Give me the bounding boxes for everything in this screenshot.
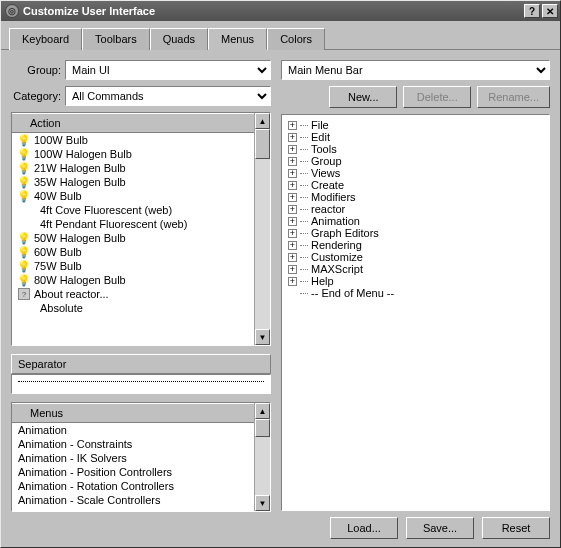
separator-box: Separator	[11, 354, 271, 394]
action-item[interactable]: 💡21W Halogen Bulb	[12, 161, 270, 175]
tree-item[interactable]: +reactor	[284, 203, 547, 215]
bulb-icon: 💡	[18, 246, 30, 258]
expand-icon[interactable]: +	[288, 241, 297, 250]
expand-icon[interactable]: +	[288, 169, 297, 178]
category-combo[interactable]: All Commands	[65, 86, 271, 106]
bulb-icon: 💡	[18, 190, 30, 202]
tree-item[interactable]: +Modifiers	[284, 191, 547, 203]
action-label: 60W Bulb	[34, 246, 82, 258]
tree-item[interactable]: +Animation	[284, 215, 547, 227]
action-item[interactable]: 💡40W Bulb	[12, 189, 270, 203]
scroll-thumb[interactable]	[255, 129, 270, 159]
bulb-icon: 💡	[18, 148, 30, 160]
tab-quads[interactable]: Quads	[150, 28, 208, 50]
left-column: Group: Main UI Category: All Commands Ac…	[11, 60, 271, 539]
tab-toolbars[interactable]: Toolbars	[82, 28, 150, 50]
tree-item[interactable]: +Tools	[284, 143, 547, 155]
question-icon: ?	[18, 288, 30, 300]
menu-item[interactable]: Animation - Position Controllers	[12, 465, 270, 479]
menus-listbox[interactable]: Menus AnimationAnimation - ConstraintsAn…	[11, 402, 271, 512]
tree-item[interactable]: +Group	[284, 155, 547, 167]
menu-target-combo[interactable]: Main Menu Bar	[281, 60, 550, 80]
scroll-up-icon[interactable]: ▲	[255, 403, 270, 419]
scroll-down-icon[interactable]: ▼	[255, 329, 270, 345]
separator-item[interactable]	[11, 374, 271, 394]
scroll-up-icon[interactable]: ▲	[255, 113, 270, 129]
expand-icon[interactable]: +	[288, 193, 297, 202]
tree-label: Modifiers	[311, 191, 356, 203]
expand-icon[interactable]: +	[288, 217, 297, 226]
rename-button: Rename...	[477, 86, 550, 108]
menus-scrollbar[interactable]: ▲ ▼	[254, 403, 270, 511]
menu-item[interactable]: Animation - Constraints	[12, 437, 270, 451]
tree-label: File	[311, 119, 329, 131]
app-icon: ◎	[5, 4, 19, 18]
tree-item[interactable]: +Rendering	[284, 239, 547, 251]
action-label: 4ft Pendant Fluorescent (web)	[40, 218, 187, 230]
group-label: Group:	[11, 64, 65, 76]
menu-item[interactable]: Animation - IK Solvers	[12, 451, 270, 465]
reset-button[interactable]: Reset	[482, 517, 550, 539]
tree-item[interactable]: +MAXScript	[284, 263, 547, 275]
expand-icon[interactable]: +	[288, 145, 297, 154]
expand-icon[interactable]: +	[288, 133, 297, 142]
action-label: 40W Bulb	[34, 190, 82, 202]
action-label: 100W Halogen Bulb	[34, 148, 132, 160]
tab-colors[interactable]: Colors	[267, 28, 325, 50]
expand-icon[interactable]: +	[288, 157, 297, 166]
action-item[interactable]: 💡80W Halogen Bulb	[12, 273, 270, 287]
menu-item[interactable]: Animation - Scale Controllers	[12, 493, 270, 507]
tab-strip: Keyboard Toolbars Quads Menus Colors	[1, 21, 560, 50]
bulb-icon: 💡	[18, 176, 30, 188]
load-button[interactable]: Load...	[330, 517, 398, 539]
action-item[interactable]: Absolute	[12, 301, 270, 315]
menu-tree[interactable]: +File+Edit+Tools+Group+Views+Create+Modi…	[281, 114, 550, 511]
tree-item[interactable]: +Help	[284, 275, 547, 287]
actions-listbox[interactable]: Action 💡100W Bulb💡100W Halogen Bulb💡21W …	[11, 112, 271, 346]
bulb-icon: 💡	[18, 274, 30, 286]
action-item[interactable]: 💡100W Halogen Bulb	[12, 147, 270, 161]
tab-menus[interactable]: Menus	[208, 28, 267, 50]
tree-end: -- End of Menu --	[284, 287, 547, 299]
action-item[interactable]: 4ft Pendant Fluorescent (web)	[12, 217, 270, 231]
menu-item[interactable]: Animation	[12, 423, 270, 437]
tree-item[interactable]: +File	[284, 119, 547, 131]
tree-item[interactable]: +Edit	[284, 131, 547, 143]
action-item[interactable]: 💡75W Bulb	[12, 259, 270, 273]
menu-item[interactable]: Animation - Rotation Controllers	[12, 479, 270, 493]
expand-icon[interactable]: +	[288, 253, 297, 262]
action-item[interactable]: 💡50W Halogen Bulb	[12, 231, 270, 245]
new-button[interactable]: New...	[329, 86, 397, 108]
actions-scrollbar[interactable]: ▲ ▼	[254, 113, 270, 345]
expand-icon[interactable]: +	[288, 181, 297, 190]
tab-keyboard[interactable]: Keyboard	[9, 28, 82, 50]
action-item[interactable]: 💡100W Bulb	[12, 133, 270, 147]
scroll-down-icon[interactable]: ▼	[255, 495, 270, 511]
menus-header: Menus	[12, 403, 270, 423]
action-label: 75W Bulb	[34, 260, 82, 272]
action-item[interactable]: 4ft Cove Fluorescent (web)	[12, 203, 270, 217]
expand-icon[interactable]: +	[288, 205, 297, 214]
action-item[interactable]: 💡60W Bulb	[12, 245, 270, 259]
expand-icon[interactable]: +	[288, 265, 297, 274]
tree-item[interactable]: +Customize	[284, 251, 547, 263]
tree-item[interactable]: +Graph Editors	[284, 227, 547, 239]
tree-label: Customize	[311, 251, 363, 263]
scroll-thumb[interactable]	[255, 419, 270, 437]
action-item[interactable]: 💡35W Halogen Bulb	[12, 175, 270, 189]
action-label: Absolute	[40, 302, 83, 314]
tree-item[interactable]: +Create	[284, 179, 547, 191]
action-item[interactable]: ?About reactor...	[12, 287, 270, 301]
help-button[interactable]: ?	[524, 4, 540, 18]
close-button[interactable]: ✕	[542, 4, 558, 18]
expand-icon[interactable]: +	[288, 229, 297, 238]
action-label: 21W Halogen Bulb	[34, 162, 126, 174]
save-button[interactable]: Save...	[406, 517, 474, 539]
bulb-icon: 💡	[18, 260, 30, 272]
expand-icon[interactable]: +	[288, 121, 297, 130]
expand-icon[interactable]: +	[288, 277, 297, 286]
tree-item[interactable]: +Views	[284, 167, 547, 179]
separator-label: Separator	[11, 354, 271, 374]
group-combo[interactable]: Main UI	[65, 60, 271, 80]
titlebar: ◎ Customize User Interface ? ✕	[1, 1, 560, 21]
